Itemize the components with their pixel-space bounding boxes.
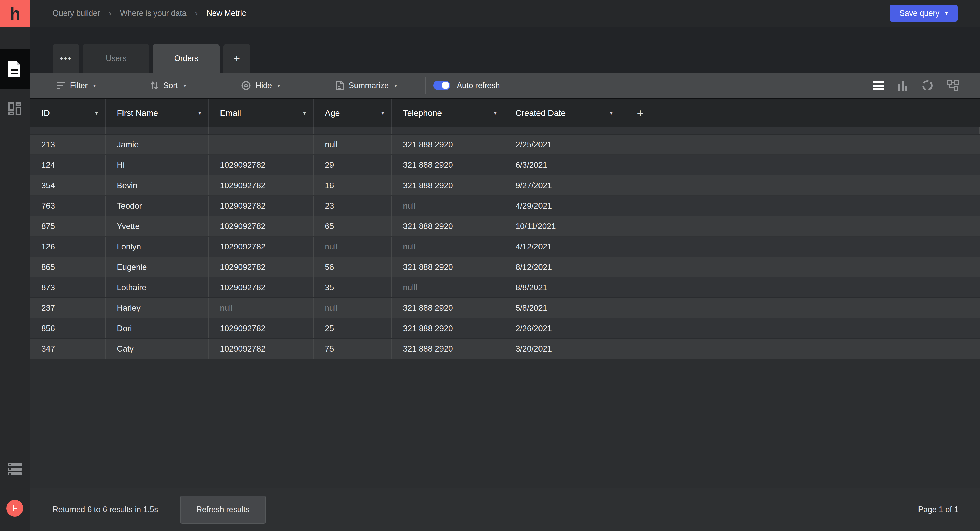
filter-dropdown[interactable]: Filter ▾ (30, 81, 122, 90)
cell-telephone[interactable]: 321 888 2920 (392, 318, 504, 338)
tab-users[interactable]: Users (83, 44, 149, 73)
column-header-created-date[interactable]: Created Date▾ (504, 99, 620, 128)
cell-created-date[interactable]: 5/8/2021 (504, 298, 620, 318)
tab-orders[interactable]: Orders (153, 44, 220, 73)
cell-telephone[interactable]: 321 888 2920 (392, 134, 504, 155)
table-row[interactable]: 347Caty102909278275321 888 29203/20/2021 (30, 339, 980, 359)
column-header-telephone[interactable]: Telephone▾ (392, 99, 504, 128)
cell-id[interactable]: 865 (30, 257, 106, 277)
save-query-button[interactable]: Save query ▾ (890, 5, 958, 22)
donut-chart-icon[interactable] (922, 80, 933, 91)
cell-telephone[interactable]: null (392, 196, 504, 216)
cell-id[interactable]: 213 (30, 134, 106, 155)
cell-telephone[interactable]: 321 888 2920 (392, 155, 504, 175)
cell-created-date[interactable]: 6/3/2021 (504, 155, 620, 175)
cell-age[interactable]: 16 (313, 175, 392, 195)
column-header-first-name[interactable]: First Name▾ (106, 99, 209, 128)
cell-first-name[interactable]: Hi (106, 155, 209, 175)
cell-age[interactable]: null (313, 237, 392, 257)
cell-id[interactable]: 126 (30, 237, 106, 257)
cell-telephone[interactable]: nulll (392, 277, 504, 297)
cell-id[interactable]: 875 (30, 216, 106, 236)
cell-email[interactable]: 1029092782 (209, 216, 313, 236)
bar-chart-icon[interactable] (898, 80, 907, 91)
table-row[interactable]: 237Harleynullnull321 888 29205/8/2021 (30, 298, 980, 318)
cell-age[interactable]: 35 (313, 277, 392, 297)
breadcrumb-where-is-your-data[interactable]: Where is your data (120, 9, 186, 18)
cell-email[interactable]: null (209, 298, 313, 318)
cell-created-date[interactable]: 9/27/2021 (504, 175, 620, 195)
cell-email[interactable]: 1029092782 (209, 339, 313, 359)
breadcrumb-query-builder[interactable]: Query builder (52, 9, 100, 18)
cell-id[interactable]: 124 (30, 155, 106, 175)
cell-email[interactable]: 1029092782 (209, 175, 313, 195)
cell-telephone[interactable]: 321 888 2920 (392, 298, 504, 318)
cell-email[interactable]: 1029092782 (209, 237, 313, 257)
cell-age[interactable]: 29 (313, 155, 392, 175)
cell-created-date[interactable]: 4/29/2021 (504, 196, 620, 216)
cell-created-date[interactable]: 3/20/2021 (504, 339, 620, 359)
cell-telephone[interactable]: 321 888 2920 (392, 257, 504, 277)
cell-first-name[interactable]: Lothaire (106, 277, 209, 297)
auto-refresh-toggle[interactable] (433, 81, 450, 90)
cell-email[interactable]: 1029092782 (209, 277, 313, 297)
cell-telephone[interactable]: 321 888 2920 (392, 339, 504, 359)
cell-first-name[interactable]: Caty (106, 339, 209, 359)
cell-first-name[interactable]: Jamie (106, 134, 209, 155)
summarize-dropdown[interactable]: Summarize ▾ (307, 80, 425, 91)
cell-age[interactable]: 65 (313, 216, 392, 236)
table-row[interactable]: 856Dori102909278225321 888 29202/26/2021 (30, 318, 980, 339)
cell-created-date[interactable]: 2/26/2021 (504, 318, 620, 338)
cell-id[interactable]: 763 (30, 196, 106, 216)
cell-first-name[interactable]: Lorilyn (106, 237, 209, 257)
column-header-email[interactable]: Email▾ (209, 99, 313, 128)
cell-age[interactable]: 23 (313, 196, 392, 216)
app-logo[interactable]: h (0, 0, 30, 27)
cell-age[interactable]: 56 (313, 257, 392, 277)
cell-telephone[interactable]: 321 888 2920 (392, 175, 504, 195)
cell-email[interactable] (209, 134, 313, 155)
table-row[interactable]: 124Hi102909278229321 888 29206/3/2021 (30, 155, 980, 175)
user-avatar[interactable]: F (6, 500, 23, 517)
cell-email[interactable]: 1029092782 (209, 196, 313, 216)
tab-overflow-button[interactable]: ••• (52, 44, 80, 73)
refresh-results-button[interactable]: Refresh results (180, 496, 266, 524)
cell-age[interactable]: null (313, 298, 392, 318)
cell-age[interactable]: 75 (313, 339, 392, 359)
cell-id[interactable]: 237 (30, 298, 106, 318)
column-header-id[interactable]: ID▾ (30, 99, 106, 128)
cell-created-date[interactable]: 8/8/2021 (504, 277, 620, 297)
cell-first-name[interactable]: Eugenie (106, 257, 209, 277)
sort-dropdown[interactable]: Sort ▾ (123, 81, 213, 90)
table-row[interactable]: 354Bevin102909278216321 888 29209/27/202… (30, 175, 980, 196)
cell-first-name[interactable]: Dori (106, 318, 209, 338)
cell-age[interactable]: null (313, 134, 392, 155)
cell-age[interactable]: 25 (313, 318, 392, 338)
cell-id[interactable]: 856 (30, 318, 106, 338)
table-row[interactable]: 873Lothaire102909278235nulll8/8/2021 (30, 277, 980, 298)
add-tab-button[interactable]: + (223, 44, 250, 73)
table-row[interactable]: 213Jamienull321 888 29202/25/2021 (30, 134, 980, 155)
cell-id[interactable]: 347 (30, 339, 106, 359)
schema-graph-icon[interactable] (947, 80, 959, 91)
sidebar-item-dashboards[interactable] (0, 89, 30, 129)
cell-email[interactable]: 1029092782 (209, 155, 313, 175)
table-view-icon[interactable] (873, 81, 883, 90)
cell-first-name[interactable]: Harley (106, 298, 209, 318)
cell-first-name[interactable]: Bevin (106, 175, 209, 195)
sidebar-item-queries[interactable] (0, 49, 30, 89)
cell-id[interactable]: 873 (30, 277, 106, 297)
cell-created-date[interactable]: 10/11/2021 (504, 216, 620, 236)
cell-telephone[interactable]: 321 888 2920 (392, 216, 504, 236)
cell-first-name[interactable]: Yvette (106, 216, 209, 236)
column-header-age[interactable]: Age▾ (313, 99, 392, 128)
hide-dropdown[interactable]: Hide ▾ (214, 80, 307, 91)
cell-id[interactable]: 354 (30, 175, 106, 195)
add-column-button[interactable]: + (620, 99, 660, 128)
table-row[interactable]: 763Teodor102909278223null4/29/2021 (30, 196, 980, 216)
cell-first-name[interactable]: Teodor (106, 196, 209, 216)
cell-email[interactable]: 1029092782 (209, 257, 313, 277)
cell-email[interactable]: 1029092782 (209, 318, 313, 338)
cell-telephone[interactable]: null (392, 237, 504, 257)
sidebar-item-queue[interactable] (8, 463, 22, 475)
